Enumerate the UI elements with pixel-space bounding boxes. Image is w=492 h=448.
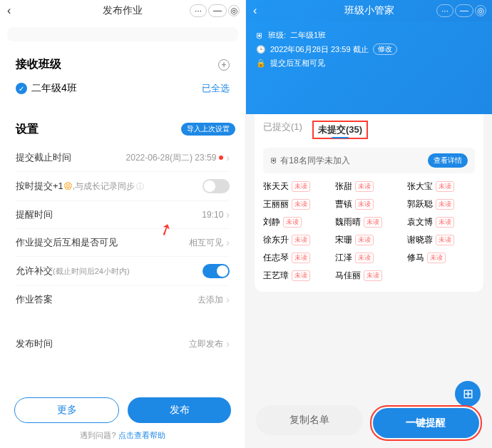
student-item[interactable]: 宋珊未读: [335, 234, 403, 246]
student-item[interactable]: 魏雨晴未读: [335, 216, 403, 228]
student-item[interactable]: 袁文博未读: [407, 216, 475, 228]
publish-button[interactable]: 发布: [128, 397, 231, 423]
receive-class-heading: 接收班级: [16, 57, 61, 72]
class-name: 二年级1班: [290, 30, 326, 41]
remind-all-button[interactable]: 一键提醒: [373, 408, 480, 438]
menu-icon[interactable]: ···: [190, 4, 207, 17]
grid-fab-icon[interactable]: ⊞: [455, 381, 481, 407]
resubmit-row: 允许补交(截止时间后24小时内): [16, 257, 230, 286]
student-item[interactable]: 王艺璋未读: [263, 270, 331, 282]
shield-icon: ⛨: [270, 156, 278, 165]
minus-icon[interactable]: —: [208, 4, 227, 17]
deadline-text: 2022年06月28日 23:59 截止: [270, 44, 369, 55]
student-name: 江泽: [335, 252, 352, 264]
student-name: 张大宝: [407, 180, 433, 193]
student-name: 张天天: [263, 180, 289, 193]
unread-tag: 未读: [292, 199, 310, 210]
student-name: 徐东升: [263, 234, 289, 246]
student-name: 修马: [407, 252, 424, 264]
target-icon[interactable]: ◎: [475, 5, 486, 16]
visible-row[interactable]: 作业提交后互相是否可见 相互可见›: [16, 229, 230, 257]
hint-bar: [7, 27, 238, 41]
highlight-box: 一键提醒: [370, 405, 483, 441]
deadline-row[interactable]: 提交截止时间 2022-06-28(周二) 23:59›: [16, 144, 230, 172]
view-detail-button[interactable]: 查看详情: [428, 153, 468, 168]
add-class-icon[interactable]: +: [218, 59, 230, 71]
student-item[interactable]: 刘静未读: [263, 216, 331, 228]
unread-tag: 未读: [355, 181, 374, 192]
all-selected-link[interactable]: 已全选: [202, 82, 230, 95]
student-name: 曹镇: [335, 198, 352, 210]
clock-icon: 🕒: [256, 45, 266, 54]
check-icon: ✓: [16, 83, 27, 94]
help-link[interactable]: 点击查看帮助: [118, 431, 165, 439]
student-name: 任志琴: [263, 252, 289, 264]
student-name: 马佳丽: [335, 270, 361, 282]
target-icon[interactable]: ◎: [228, 5, 240, 16]
unread-tag: 未读: [292, 253, 310, 263]
student-item[interactable]: 徐东升未读: [263, 234, 331, 246]
ontime-row: 按时提交+1🏵,与成长记录同步ⓘ: [16, 172, 230, 201]
answer-row[interactable]: 作业答案 去添加›: [16, 286, 230, 313]
ontime-label: 按时提交+1: [16, 180, 63, 191]
unread-tag: 未读: [364, 217, 382, 228]
back-icon[interactable]: ‹: [253, 4, 257, 17]
not-joined-text: 有18名同学未加入: [280, 156, 349, 166]
student-item[interactable]: 曹镇未读: [335, 198, 403, 210]
modify-button[interactable]: 修改: [373, 44, 397, 55]
tab-not-submitted[interactable]: 未提交(35): [318, 124, 362, 135]
publish-time-label: 发布时间: [16, 337, 53, 350]
student-item[interactable]: 张天天未读: [263, 180, 331, 193]
deadline-value: 2022-06-28(周二) 23:59: [126, 152, 217, 164]
student-name: 宋珊: [335, 234, 352, 246]
task-detail-card: 任务详情 查看 ⌄ 已提交(1) 未提交(35) ⛨ 有18名同学未加入 查看详…: [255, 86, 483, 292]
info-icon[interactable]: ⓘ: [136, 182, 144, 190]
red-dot-icon: [219, 156, 223, 160]
student-item[interactable]: 谢晓蓉未读: [407, 234, 475, 246]
student-item[interactable]: 修马未读: [407, 252, 475, 264]
ontime-toggle[interactable]: [203, 179, 230, 193]
chevron-right-icon: ›: [226, 152, 230, 163]
import-last-settings-chip[interactable]: 导入上次设置: [181, 123, 235, 136]
receive-class-card: 接收班级 + ✓ 二年级4班 已全选: [7, 49, 238, 106]
visible-value: 相互可见: [189, 237, 223, 249]
settings-card: 设置 ⟳ 提交截止时间 2022-06-28(周二) 23:59› 按时提交+1…: [7, 113, 238, 322]
student-item[interactable]: 王丽丽未读: [263, 198, 331, 210]
ontime-suffix: 与成长记录同步: [75, 181, 135, 191]
more-button[interactable]: 更多: [14, 397, 119, 423]
student-item[interactable]: 马佳丽未读: [335, 270, 403, 282]
unread-tag: 未读: [436, 199, 454, 210]
copy-list-button[interactable]: 复制名单: [256, 405, 363, 435]
student-item[interactable]: 张大宝未读: [407, 180, 475, 193]
publish-time-value: 立即发布: [189, 338, 223, 350]
not-joined-row: ⛨ 有18名同学未加入 查看详情: [263, 148, 475, 173]
unread-tag: 未读: [355, 253, 374, 263]
settings-heading: 设置: [16, 122, 39, 137]
remind-label: 提醒时间: [16, 208, 53, 221]
remind-row[interactable]: 提醒时间 19:10›: [16, 201, 230, 229]
unread-tag: 未读: [355, 199, 374, 210]
student-item[interactable]: 郭跃聪未读: [407, 198, 475, 210]
student-grid: 张天天未读张甜未读张大宝未读王丽丽未读曹镇未读郭跃聪未读刘静未读魏雨晴未读袁文博…: [263, 180, 475, 282]
publish-time-card[interactable]: 发布时间 立即发布›: [7, 329, 238, 359]
highlight-box: 未提交(35): [312, 121, 368, 139]
tab-submitted[interactable]: 已提交(1): [263, 121, 302, 139]
minus-icon[interactable]: —: [455, 4, 473, 17]
post-visible-text: 提交后互相可见: [270, 58, 325, 68]
unread-tag: 未读: [283, 217, 302, 228]
student-name: 魏雨晴: [335, 216, 361, 228]
visible-label: 作业提交后互相是否可见: [16, 236, 118, 249]
class-label: 班级:: [268, 30, 286, 41]
class-row[interactable]: ✓ 二年级4班 已全选: [16, 79, 230, 98]
menu-icon[interactable]: ···: [436, 4, 453, 17]
unread-tag: 未读: [436, 181, 454, 192]
student-item[interactable]: 张甜未读: [335, 180, 403, 193]
student-item[interactable]: 江泽未读: [335, 252, 403, 264]
class-name-label: 二年级4班: [31, 82, 77, 95]
student-name: 刘静: [263, 216, 280, 228]
back-icon[interactable]: ‹: [7, 4, 11, 17]
student-item[interactable]: 任志琴未读: [263, 252, 331, 264]
resubmit-toggle[interactable]: [203, 264, 230, 278]
student-name: 谢晓蓉: [407, 234, 433, 246]
chevron-right-icon: ›: [226, 237, 230, 248]
